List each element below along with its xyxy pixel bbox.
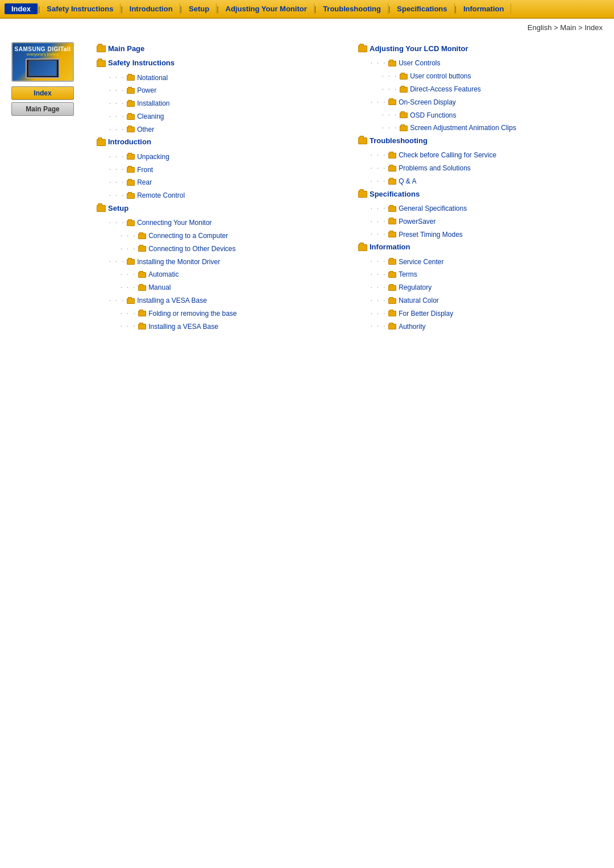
folder-icon: [138, 233, 146, 239]
tree-link-connecting-your-monitor[interactable]: · · · Connecting Your Monitor: [108, 218, 212, 228]
tree-item-label: Introduction: [108, 136, 151, 148]
tree-link-other[interactable]: · · · Other: [108, 124, 154, 135]
folder-icon: [358, 137, 367, 144]
nav-item-setup[interactable]: Setup: [182, 3, 217, 14]
tree-link-automatic[interactable]: · · · Automatic: [119, 269, 179, 280]
tree-link-on-screen-display[interactable]: · · · On-Screen Display: [370, 97, 456, 108]
tree-link-installing-a-vesa-base[interactable]: · · · Installing a VESA Base: [108, 295, 207, 306]
tree-link-general-specifications[interactable]: · · · General Specifications: [370, 203, 467, 214]
tree-link-introduction[interactable]: Introduction: [97, 136, 151, 148]
index-button[interactable]: Index: [11, 86, 74, 100]
nav-item-troubleshooting[interactable]: Troubleshooting: [316, 3, 388, 14]
list-item: Troubleshooting: [358, 135, 603, 148]
folder-icon: [388, 153, 396, 158]
list-item: · · · OSD Functions: [381, 109, 603, 121]
tree-link-regulatory[interactable]: · · · Regulatory: [370, 282, 432, 293]
tree-link-user-control-buttons[interactable]: · · · User control buttons: [381, 71, 471, 82]
nav-item-specifications[interactable]: Specifications: [390, 3, 454, 14]
tree-item-label: Terms: [399, 269, 417, 280]
folder-icon: [138, 272, 146, 278]
tree-link-service-center[interactable]: · · · Service Center: [370, 257, 444, 268]
tree-item-label: Screen Adjustment Animation Clips: [410, 123, 516, 133]
tree-link-information[interactable]: Information: [358, 241, 410, 253]
folder-icon: [127, 167, 135, 173]
tree-link-connecting-to-a-computer[interactable]: · · · Connecting to a Computer: [119, 231, 228, 241]
nav-item-index[interactable]: Index: [5, 3, 38, 14]
tree-link-installing-the-monitor-driver[interactable]: · · · Installing the Monitor Driver: [108, 257, 220, 268]
list-item: · · · Unpacking: [108, 151, 341, 163]
tree-link-power[interactable]: · · · Power: [108, 85, 156, 96]
list-item: · · · Screen Adjustment Animation Clips: [381, 122, 603, 134]
nav-item-adjusting-your-monitor[interactable]: Adjusting Your Monitor: [219, 3, 314, 14]
tree-link-authority[interactable]: · · · Authority: [370, 322, 425, 332]
tree-link-preset-timing-modes[interactable]: · · · Preset Timing Modes: [370, 229, 463, 240]
tree-link-adjusting-your-lcd-monitor[interactable]: Adjusting Your LCD Monitor: [358, 43, 468, 55]
folder-icon: [388, 179, 396, 185]
tree-link-rear[interactable]: · · · Rear: [108, 177, 152, 188]
folder-icon: [127, 114, 135, 120]
tree-link-troubleshooting[interactable]: Troubleshooting: [358, 135, 428, 147]
right-tree: Adjusting Your LCD Monitor· · · User Con…: [358, 43, 603, 332]
list-item: · · · Installation: [108, 98, 341, 110]
tree-item-label: Other: [137, 124, 154, 135]
tree-link-cleaning[interactable]: · · · Cleaning: [108, 111, 164, 122]
tree-link-direct-access-features[interactable]: · · · Direct-Access Features: [381, 84, 481, 95]
list-item: · · · On-Screen Display: [370, 97, 603, 108]
tree-link-powersaver[interactable]: · · · PowerSaver: [370, 216, 436, 227]
tree-link-unpacking[interactable]: · · · Unpacking: [108, 152, 169, 162]
folder-icon: [388, 219, 396, 224]
folder-icon: [388, 232, 396, 237]
list-item: · · · Q & A: [370, 176, 603, 187]
tree-link-for-better-display[interactable]: · · · For Better Display: [370, 308, 453, 319]
list-item: · · · Installing a VESA Base: [108, 295, 341, 307]
tree-link-check-before-calling-for-service[interactable]: · · · Check before Calling for Service: [370, 150, 496, 161]
tree-link-problems-and-solutions[interactable]: · · · Problems and Solutions: [370, 163, 471, 174]
list-item: Information: [358, 241, 603, 254]
tree-link-remote-control[interactable]: · · · Remote Control: [108, 190, 185, 201]
tree-link-installation[interactable]: · · · Installation: [108, 98, 170, 109]
tree-link-front[interactable]: · · · Front: [108, 165, 153, 176]
tree-link-q-&-a[interactable]: · · · Q & A: [370, 176, 416, 187]
nav-item-information[interactable]: Information: [457, 3, 512, 14]
list-item: · · · Front: [108, 164, 341, 176]
list-item: Adjusting Your LCD Monitor: [358, 43, 603, 56]
list-item: Setup: [97, 203, 341, 216]
tree-link-folding-or-removing-the-base[interactable]: · · · Folding or removing the base: [119, 308, 237, 319]
tree-link-terms[interactable]: · · · Terms: [370, 269, 417, 280]
nav-item-safety-instructions[interactable]: Safety Instructions: [40, 3, 121, 14]
tree-link-specifications[interactable]: Specifications: [358, 189, 420, 201]
tree-link-notational[interactable]: · · · Notational: [108, 73, 168, 84]
tree-link-installing-a-vesa-base[interactable]: · · · Installing a VESA Base: [119, 322, 218, 332]
folder-icon: [138, 324, 146, 329]
folder-icon: [388, 272, 396, 278]
tree-link-osd-functions[interactable]: · · · OSD Functions: [381, 110, 457, 121]
folder-icon: [388, 324, 396, 329]
tree-link-safety-instructions[interactable]: Safety Instructions: [97, 57, 175, 69]
main-page-button[interactable]: Main Page: [11, 102, 74, 116]
list-item: · · · Manual: [119, 282, 341, 294]
tree-link-user-controls[interactable]: · · · User Controls: [370, 58, 440, 69]
tree-link-setup[interactable]: Setup: [97, 203, 128, 215]
tree-item-label: Installing the Monitor Driver: [137, 257, 220, 268]
tree-link-manual[interactable]: · · · Manual: [119, 282, 171, 293]
list-item: · · · Notational: [108, 72, 341, 84]
tree-item-label: Direct-Access Features: [410, 84, 481, 95]
tree-link-main-page[interactable]: Main Page: [97, 43, 144, 55]
folder-icon: [400, 112, 408, 118]
tree-item-label: Regulatory: [399, 282, 432, 293]
tree-link-natural-color[interactable]: · · · Natural Color: [370, 295, 439, 306]
tree-item-label: Rear: [137, 177, 152, 188]
list-item: · · · Rear: [108, 177, 341, 189]
tree-item-label: Installing a VESA Base: [148, 322, 218, 332]
folder-icon: [127, 193, 135, 199]
tree-item-label: Troubleshooting: [370, 135, 428, 147]
nav-item-introduction[interactable]: Introduction: [123, 3, 180, 14]
list-item: Introduction: [97, 136, 341, 149]
list-item: · · · Automatic: [119, 269, 341, 281]
folder-icon: [388, 206, 396, 212]
tree-link-connecting-to-other-devices[interactable]: · · · Connecting to Other Devices: [119, 244, 236, 254]
tree-item-label: Automatic: [148, 269, 179, 280]
list-item: · · · Preset Timing Modes: [370, 228, 603, 240]
tree-link-screen-adjustment-animation-clips[interactable]: · · · Screen Adjustment Animation Clips: [381, 123, 516, 133]
tree-item-label: OSD Functions: [410, 110, 456, 121]
